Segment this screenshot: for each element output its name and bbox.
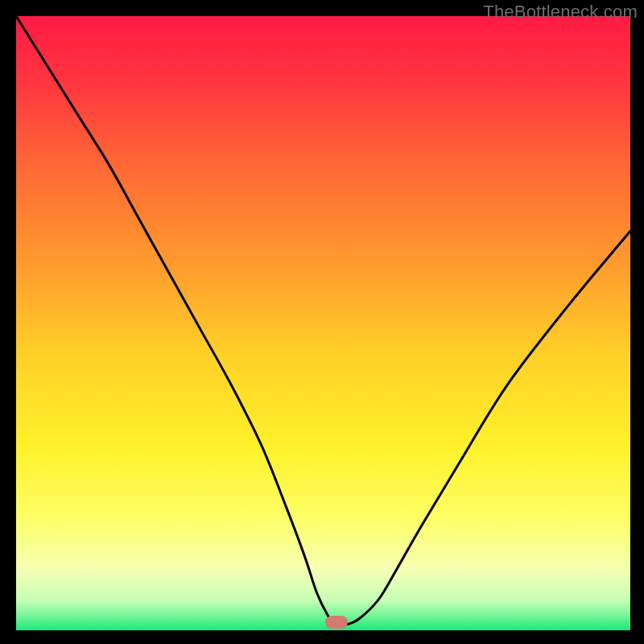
optimal-point-marker [325,616,348,629]
plot-frame [16,16,630,630]
watermark-label: TheBottleneck.com [483,2,638,23]
bottleneck-curve [16,16,630,630]
